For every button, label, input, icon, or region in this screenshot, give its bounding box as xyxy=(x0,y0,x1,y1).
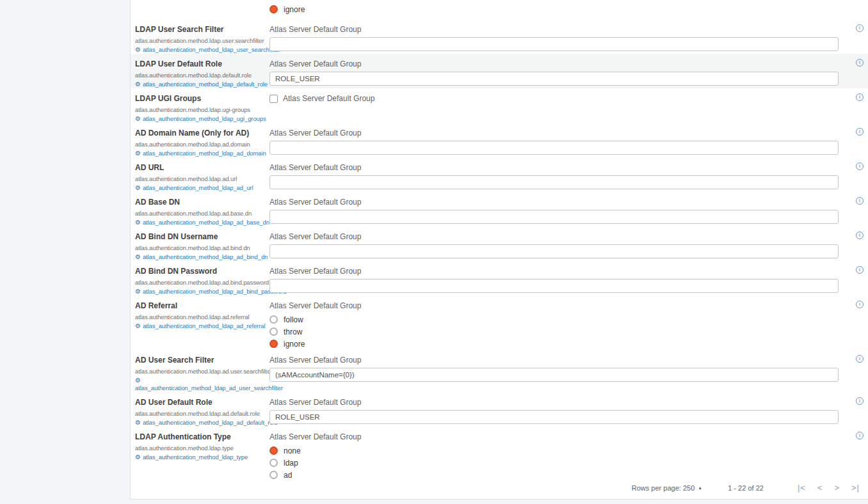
info-icon[interactable]: i xyxy=(856,93,864,101)
group-label: Atlas Server Default Group xyxy=(269,267,839,276)
radio-option[interactable]: ignore xyxy=(269,3,839,15)
pagination-last-button[interactable]: >| xyxy=(846,482,865,494)
config-control xyxy=(269,141,839,155)
info-icon[interactable]: i xyxy=(856,24,864,32)
config-property-path: atlas.authentication.method.ldap.ad.bind… xyxy=(135,279,269,287)
gear-icon: ⚙ xyxy=(135,150,141,157)
config-api-link[interactable]: atlas_authentication_method_ldap_ad_doma… xyxy=(143,150,266,157)
config-property-path: atlas.authentication.method.ldap.ad.user… xyxy=(135,368,269,375)
config-control xyxy=(269,37,839,51)
pagination-next-button[interactable]: > xyxy=(828,482,846,494)
config-control xyxy=(269,210,839,224)
config-api-link[interactable]: atlas_authentication_method_ldap_ad_base… xyxy=(143,219,269,226)
config-control xyxy=(269,368,839,382)
config-label: AD User Search Filter xyxy=(135,356,269,365)
info-icon[interactable]: i xyxy=(856,59,864,67)
checkbox-label: Atlas Server Default Group xyxy=(283,94,374,103)
config-row: AD Bind DN Password atlas.authentication… xyxy=(135,261,868,295)
radio-option-label: throw xyxy=(284,327,302,336)
config-control: ignore xyxy=(269,3,839,15)
config-value-input[interactable] xyxy=(269,37,839,51)
config-label: LDAP UGI Groups xyxy=(135,94,269,103)
config-row: AD URL atlas.authentication.method.ldap.… xyxy=(135,157,868,192)
radio-option-label: ignore xyxy=(284,5,305,14)
config-property-path: atlas.authentication.method.ldap.ad.url xyxy=(135,175,269,183)
radio-option[interactable]: ignore xyxy=(269,338,839,350)
info-icon[interactable]: i xyxy=(856,397,864,405)
config-control xyxy=(269,279,839,293)
radio-option[interactable]: none xyxy=(269,445,839,457)
config-value-input[interactable] xyxy=(269,368,839,382)
rows-per-page-selector[interactable]: Rows per page: 250 ▲ xyxy=(632,484,702,492)
config-value-input[interactable] xyxy=(269,244,839,258)
pagination-prev-button[interactable]: < xyxy=(812,482,829,494)
config-value-input[interactable] xyxy=(269,210,839,224)
gear-icon: ⚙ xyxy=(135,81,141,88)
radio-selected-icon[interactable] xyxy=(269,340,278,348)
caret-up-icon: ▲ xyxy=(698,485,702,490)
info-icon[interactable]: i xyxy=(856,128,864,136)
radio-option-label: ad xyxy=(284,471,292,480)
config-property-path: atlas.authentication.method.ldap.ad.defa… xyxy=(135,410,269,418)
config-row: AD Domain Name (Only for AD) atlas.authe… xyxy=(135,123,868,157)
group-label: Atlas Server Default Group xyxy=(269,129,839,138)
radio-option[interactable]: throw xyxy=(269,326,839,338)
config-property-path: atlas.authentication.method.ldap.user.se… xyxy=(135,37,269,45)
config-value-input[interactable] xyxy=(269,141,839,155)
info-icon[interactable]: i xyxy=(856,197,864,205)
pagination-first-button[interactable]: |< xyxy=(792,482,812,494)
config-api-link[interactable]: atlas_authentication_method_ldap_type xyxy=(143,453,248,461)
config-control: noneldapad xyxy=(269,445,839,481)
config-row: LDAP User Search Filter atlas.authentica… xyxy=(135,19,868,54)
config-api-link[interactable]: atlas_authentication_method_ldap_default… xyxy=(143,81,268,88)
checkbox-icon[interactable] xyxy=(269,95,278,103)
radio-unselected-icon[interactable] xyxy=(269,471,278,479)
radio-unselected-icon[interactable] xyxy=(269,327,278,336)
gear-icon: ⚙ xyxy=(135,377,141,384)
info-icon[interactable]: i xyxy=(856,355,864,363)
config-property-path: atlas.authentication.method.ldap.ad.base… xyxy=(135,210,269,217)
radio-selected-icon[interactable] xyxy=(269,5,278,13)
group-checkbox[interactable]: Atlas Server Default Group xyxy=(269,94,839,103)
info-icon[interactable]: i xyxy=(856,432,864,439)
config-api-link[interactable]: atlas_authentication_method_ldap_ad_bind… xyxy=(143,253,268,260)
radio-unselected-icon[interactable] xyxy=(269,459,278,467)
group-label: Atlas Server Default Group xyxy=(269,59,839,68)
radio-selected-icon[interactable] xyxy=(269,446,278,455)
group-label: Atlas Server Default Group xyxy=(269,232,839,241)
config-value-input[interactable] xyxy=(269,72,839,86)
config-control: Atlas Server Default Group xyxy=(269,94,839,103)
config-api-link[interactable]: atlas_authentication_method_ldap_ugi_gro… xyxy=(143,115,266,122)
gear-icon: ⚙ xyxy=(135,288,141,295)
config-value-input[interactable] xyxy=(269,175,839,189)
group-label: Atlas Server Default Group xyxy=(269,398,839,407)
info-icon[interactable]: i xyxy=(856,266,864,274)
config-label: AD User Default Role xyxy=(135,398,269,407)
radio-unselected-icon[interactable] xyxy=(269,315,278,324)
radio-option[interactable]: follow xyxy=(269,313,839,326)
config-control xyxy=(269,175,839,189)
info-icon[interactable]: i xyxy=(856,232,864,239)
config-control: followthrowignore xyxy=(269,313,839,350)
config-property-path: atlas.authentication.method.ldap.type xyxy=(135,445,269,452)
info-icon[interactable]: i xyxy=(856,162,864,170)
radio-option-label: ignore xyxy=(284,340,305,349)
config-api-link[interactable]: atlas_authentication_method_ldap_ad_bind… xyxy=(143,288,287,295)
radio-option[interactable]: ad xyxy=(269,469,839,481)
gear-icon: ⚙ xyxy=(135,184,141,191)
config-api-link[interactable]: atlas_authentication_method_ldap_ad_defa… xyxy=(143,419,278,426)
radio-option[interactable]: ldap xyxy=(269,457,839,469)
config-control xyxy=(269,72,839,86)
config-api-link[interactable]: atlas_authentication_method_ldap_ad_user… xyxy=(135,384,269,392)
config-label: AD Domain Name (Only for AD) xyxy=(135,129,269,138)
radio-option-label: none xyxy=(284,446,301,455)
config-api-link[interactable]: atlas_authentication_method_ldap_ad_url xyxy=(143,184,253,191)
rows-per-page-value: 250 xyxy=(683,484,695,492)
config-api-link[interactable]: atlas_authentication_method_ldap_user_se… xyxy=(143,46,280,53)
config-api-link[interactable]: atlas_authentication_method_ldap_ad_refe… xyxy=(143,322,266,329)
info-icon[interactable]: i xyxy=(856,301,864,308)
config-value-input[interactable] xyxy=(269,279,839,293)
config-value-input[interactable] xyxy=(269,410,839,424)
config-property-path: atlas.authentication.method.ldap.default… xyxy=(135,72,269,79)
rows-per-page-label: Rows per page: xyxy=(632,484,681,492)
